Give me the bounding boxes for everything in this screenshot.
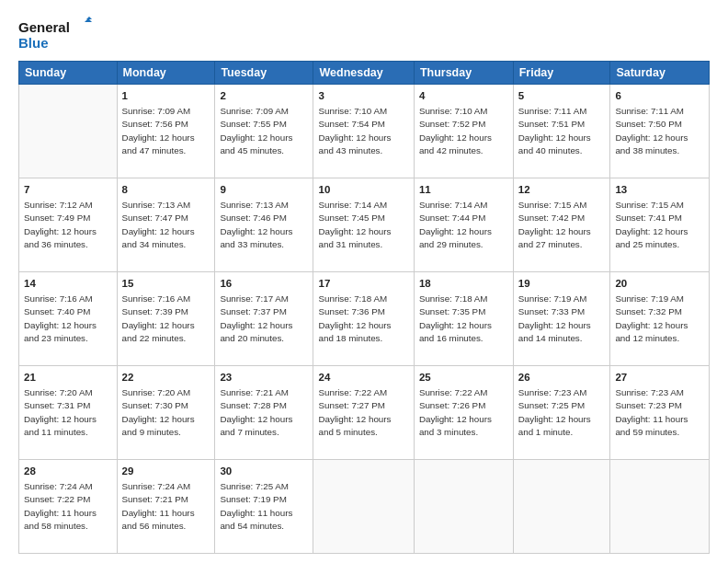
calendar-cell: 26Sunrise: 7:23 AM Sunset: 7:25 PM Dayli… [513,366,610,460]
day-number: 21 [24,370,112,385]
calendar-cell [19,85,118,178]
col-header-tuesday: Tuesday [215,62,313,85]
day-number: 30 [220,464,308,478]
day-number: 12 [518,182,606,197]
col-header-sunday: Sunday [19,62,118,85]
day-info: Sunrise: 7:25 AM Sunset: 7:19 PM Dayligh… [220,480,308,533]
calendar-cell: 3Sunrise: 7:10 AM Sunset: 7:54 PM Daylig… [313,85,414,178]
day-number: 23 [220,370,308,385]
day-number: 13 [615,182,704,197]
day-info: Sunrise: 7:19 AM Sunset: 7:33 PM Dayligh… [518,293,606,345]
week-row-1: 1Sunrise: 7:09 AM Sunset: 7:56 PM Daylig… [19,85,710,178]
day-info: Sunrise: 7:14 AM Sunset: 7:44 PM Dayligh… [419,199,508,251]
calendar-cell: 13Sunrise: 7:15 AM Sunset: 7:41 PM Dayli… [610,178,710,272]
day-info: Sunrise: 7:13 AM Sunset: 7:47 PM Dayligh… [122,199,210,251]
day-number: 1 [122,88,210,103]
calendar-cell: 10Sunrise: 7:14 AM Sunset: 7:45 PM Dayli… [313,178,414,272]
day-number: 27 [615,370,704,385]
calendar-cell: 17Sunrise: 7:18 AM Sunset: 7:36 PM Dayli… [313,272,414,366]
week-row-4: 21Sunrise: 7:20 AM Sunset: 7:31 PM Dayli… [19,366,710,460]
day-info: Sunrise: 7:22 AM Sunset: 7:27 PM Dayligh… [318,386,408,439]
day-info: Sunrise: 7:10 AM Sunset: 7:52 PM Dayligh… [419,105,508,157]
day-info: Sunrise: 7:24 AM Sunset: 7:22 PM Dayligh… [24,480,112,533]
calendar-cell: 2Sunrise: 7:09 AM Sunset: 7:55 PM Daylig… [215,85,313,178]
svg-text:General: General [18,19,70,35]
day-info: Sunrise: 7:20 AM Sunset: 7:30 PM Dayligh… [122,386,210,439]
day-number: 17 [318,276,408,291]
calendar-cell: 22Sunrise: 7:20 AM Sunset: 7:30 PM Dayli… [117,366,215,460]
day-number: 15 [122,276,210,291]
day-info: Sunrise: 7:09 AM Sunset: 7:56 PM Dayligh… [122,105,210,157]
day-info: Sunrise: 7:19 AM Sunset: 7:32 PM Dayligh… [615,293,704,345]
day-info: Sunrise: 7:16 AM Sunset: 7:40 PM Dayligh… [24,293,112,345]
day-info: Sunrise: 7:14 AM Sunset: 7:45 PM Dayligh… [318,199,408,251]
day-number: 14 [24,276,112,291]
calendar-cell: 15Sunrise: 7:16 AM Sunset: 7:39 PM Dayli… [117,272,215,366]
day-number: 8 [122,182,210,197]
day-number: 3 [318,88,408,103]
logo: General Blue [18,17,92,53]
calendar-cell: 11Sunrise: 7:14 AM Sunset: 7:44 PM Dayli… [414,178,513,272]
day-info: Sunrise: 7:23 AM Sunset: 7:23 PM Dayligh… [615,386,704,439]
calendar-cell: 27Sunrise: 7:23 AM Sunset: 7:23 PM Dayli… [610,366,710,460]
day-number: 20 [615,276,704,291]
day-info: Sunrise: 7:22 AM Sunset: 7:26 PM Dayligh… [419,386,508,439]
col-header-thursday: Thursday [414,62,513,85]
calendar-cell: 14Sunrise: 7:16 AM Sunset: 7:40 PM Dayli… [19,272,118,366]
col-header-saturday: Saturday [610,62,710,85]
day-number: 7 [24,182,112,197]
calendar-cell: 8Sunrise: 7:13 AM Sunset: 7:47 PM Daylig… [117,178,215,272]
day-info: Sunrise: 7:11 AM Sunset: 7:51 PM Dayligh… [518,105,606,157]
calendar-cell: 18Sunrise: 7:18 AM Sunset: 7:35 PM Dayli… [414,272,513,366]
col-header-wednesday: Wednesday [313,62,414,85]
day-info: Sunrise: 7:16 AM Sunset: 7:39 PM Dayligh… [122,293,210,345]
day-number: 26 [518,370,606,385]
calendar-cell [513,460,610,554]
calendar-cell [313,460,414,554]
day-info: Sunrise: 7:23 AM Sunset: 7:25 PM Dayligh… [518,386,606,439]
calendar-cell: 6Sunrise: 7:11 AM Sunset: 7:50 PM Daylig… [610,85,710,178]
day-info: Sunrise: 7:20 AM Sunset: 7:31 PM Dayligh… [24,386,112,439]
day-number: 18 [419,276,508,291]
day-info: Sunrise: 7:13 AM Sunset: 7:46 PM Dayligh… [220,199,308,251]
day-info: Sunrise: 7:17 AM Sunset: 7:37 PM Dayligh… [220,293,308,345]
logo-svg: General Blue [18,17,92,53]
day-number: 29 [122,464,210,478]
day-number: 22 [122,370,210,385]
calendar-cell: 29Sunrise: 7:24 AM Sunset: 7:21 PM Dayli… [117,460,215,554]
svg-text:Blue: Blue [18,35,49,51]
calendar-cell: 16Sunrise: 7:17 AM Sunset: 7:37 PM Dayli… [215,272,313,366]
day-number: 5 [518,88,606,103]
day-number: 6 [615,88,704,103]
day-info: Sunrise: 7:12 AM Sunset: 7:49 PM Dayligh… [24,199,112,251]
day-info: Sunrise: 7:11 AM Sunset: 7:50 PM Dayligh… [615,105,704,157]
day-number: 4 [419,88,508,103]
calendar-cell: 25Sunrise: 7:22 AM Sunset: 7:26 PM Dayli… [414,366,513,460]
col-header-monday: Monday [117,62,215,85]
calendar-cell: 28Sunrise: 7:24 AM Sunset: 7:22 PM Dayli… [19,460,118,554]
day-info: Sunrise: 7:18 AM Sunset: 7:36 PM Dayligh… [318,293,408,345]
day-number: 16 [220,276,308,291]
svg-marker-2 [86,17,92,19]
day-number: 19 [518,276,606,291]
calendar-cell: 7Sunrise: 7:12 AM Sunset: 7:49 PM Daylig… [19,178,118,272]
calendar-cell: 24Sunrise: 7:22 AM Sunset: 7:27 PM Dayli… [313,366,414,460]
day-number: 24 [318,370,408,385]
calendar-cell: 1Sunrise: 7:09 AM Sunset: 7:56 PM Daylig… [117,85,215,178]
header: General Blue [18,17,710,53]
calendar-table: SundayMondayTuesdayWednesdayThursdayFrid… [18,61,710,554]
col-header-friday: Friday [513,62,610,85]
calendar-cell [414,460,513,554]
calendar-cell: 9Sunrise: 7:13 AM Sunset: 7:46 PM Daylig… [215,178,313,272]
calendar-cell: 4Sunrise: 7:10 AM Sunset: 7:52 PM Daylig… [414,85,513,178]
page: General Blue SundayMondayTuesdayWednesda… [0,0,728,563]
week-row-5: 28Sunrise: 7:24 AM Sunset: 7:22 PM Dayli… [19,460,710,554]
calendar-cell: 20Sunrise: 7:19 AM Sunset: 7:32 PM Dayli… [610,272,710,366]
day-info: Sunrise: 7:15 AM Sunset: 7:41 PM Dayligh… [615,199,704,251]
calendar-cell: 23Sunrise: 7:21 AM Sunset: 7:28 PM Dayli… [215,366,313,460]
header-row: SundayMondayTuesdayWednesdayThursdayFrid… [19,62,710,85]
week-row-3: 14Sunrise: 7:16 AM Sunset: 7:40 PM Dayli… [19,272,710,366]
day-info: Sunrise: 7:10 AM Sunset: 7:54 PM Dayligh… [318,105,408,157]
calendar-cell: 30Sunrise: 7:25 AM Sunset: 7:19 PM Dayli… [215,460,313,554]
calendar-cell [610,460,710,554]
